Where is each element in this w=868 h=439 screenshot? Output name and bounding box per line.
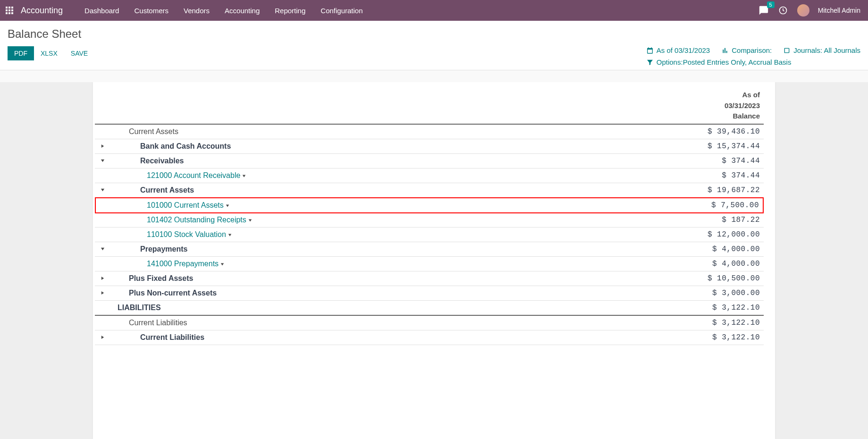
nav-vendors[interactable]: Vendors: [176, 1, 217, 20]
xlsx-button[interactable]: XLSX: [34, 46, 64, 60]
filter-as-of[interactable]: As of 03/31/2023: [646, 46, 710, 54]
filter-comparison[interactable]: Comparison:: [721, 46, 772, 54]
avatar[interactable]: [797, 4, 809, 17]
export-buttons: PDF XLSX SAVE: [8, 46, 94, 60]
messages-badge: 5: [767, 1, 775, 8]
nav-reporting[interactable]: Reporting: [267, 1, 313, 20]
navbar: Accounting Dashboard Customers Vendors A…: [0, 0, 868, 21]
filters: As of 03/31/2023 Comparison: Journals: A…: [646, 46, 860, 66]
user-name[interactable]: Mitchell Admin: [818, 7, 860, 14]
bar-chart-icon: [721, 47, 729, 54]
funnel-icon: [646, 59, 654, 66]
nav-dashboard[interactable]: Dashboard: [77, 1, 126, 20]
nav-right: 5 Mitchell Admin: [758, 4, 864, 17]
nav-customers[interactable]: Customers: [126, 1, 176, 20]
book-icon: [783, 47, 791, 54]
pdf-button[interactable]: PDF: [8, 46, 34, 60]
calendar-icon: [646, 47, 654, 54]
activity-icon[interactable]: [778, 6, 788, 15]
messages-button[interactable]: 5: [758, 5, 769, 16]
page-title: Balance Sheet: [8, 27, 860, 41]
filter-as-of-label: As of 03/31/2023: [657, 46, 710, 54]
filter-options-label: Options:Posted Entries Only, Accrual Bas…: [657, 58, 792, 66]
control-panel: Balance Sheet PDF XLSX SAVE As of 03/31/…: [0, 21, 868, 70]
filter-comparison-label: Comparison:: [732, 46, 772, 54]
apps-icon[interactable]: [4, 5, 15, 16]
filter-options[interactable]: Options:Posted Entries Only, Accrual Bas…: [646, 58, 792, 66]
filter-journals-label: Journals: All Journals: [793, 46, 860, 54]
app-brand[interactable]: Accounting: [21, 6, 63, 16]
nav-accounting[interactable]: Accounting: [217, 1, 267, 20]
nav-configuration[interactable]: Configuration: [313, 1, 370, 20]
nav-menu: Dashboard Customers Vendors Accounting R…: [77, 1, 370, 20]
save-button[interactable]: SAVE: [64, 46, 94, 60]
filter-journals[interactable]: Journals: All Journals: [783, 46, 860, 54]
